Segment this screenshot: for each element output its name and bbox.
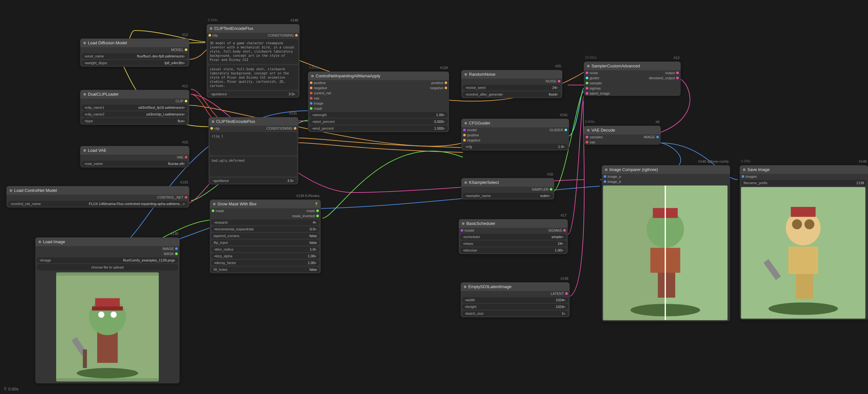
output-port[interactable] bbox=[185, 100, 187, 102]
collapse-icon[interactable] bbox=[38, 241, 41, 243]
output-port[interactable] bbox=[295, 34, 298, 37]
input-port[interactable] bbox=[586, 92, 588, 95]
collapse-icon[interactable] bbox=[587, 129, 590, 131]
node-ksampler[interactable]: #16 KSamplerSelect SAMPLER ◀sampler_name… bbox=[461, 178, 554, 200]
input-port[interactable] bbox=[586, 77, 588, 79]
input-port[interactable] bbox=[586, 136, 588, 138]
collapse-icon[interactable] bbox=[464, 73, 467, 76]
input-port[interactable] bbox=[604, 180, 606, 183]
prompt-text-1[interactable]: clip_l bbox=[210, 132, 297, 155]
node-random-noise[interactable]: #25 RandomNoise NOISE ◀noise_seed24▶ ◀co… bbox=[461, 70, 562, 98]
collapse-icon[interactable] bbox=[462, 222, 464, 225]
widget-denoise[interactable]: ◀denoise1.00▶ bbox=[460, 247, 566, 253]
input-port[interactable] bbox=[310, 107, 312, 110]
output-port[interactable] bbox=[185, 156, 187, 158]
output-port[interactable] bbox=[676, 77, 679, 79]
node-sampler-custom[interactable]: 23.591s #13 SamplerCustomAdvanced noiseo… bbox=[584, 62, 681, 96]
widget-expand[interactable]: ◀expand4▶ bbox=[211, 219, 319, 225]
input-port[interactable] bbox=[209, 34, 211, 37]
widget-clip-name1[interactable]: ◀clip_name1sd3m/t5xxl_fp16.safetensors▶ bbox=[82, 104, 188, 110]
input-port[interactable] bbox=[586, 71, 588, 74]
widget-width[interactable]: ◀width1024▶ bbox=[462, 297, 568, 303]
input-port[interactable] bbox=[310, 87, 312, 89]
prompt-text-2[interactable]: casual style, full-body shot, clockwork … bbox=[208, 65, 298, 90]
collapse-icon[interactable] bbox=[743, 169, 745, 171]
widget-unet-name[interactable]: ◀unet_nameflux/flux1-dev-fp8.safetensors… bbox=[82, 53, 188, 59]
input-port[interactable] bbox=[586, 82, 588, 84]
widget-seed[interactable]: ◀noise_seed24▶ bbox=[463, 85, 561, 90]
output-port[interactable] bbox=[565, 292, 568, 295]
collapse-icon[interactable] bbox=[84, 149, 86, 152]
widget-controlnet-name[interactable]: ◀control_net_nameFLUX.1/Alimama-Flux-con… bbox=[8, 201, 188, 207]
widget-control[interactable]: ◀control_after_generatefixed▶ bbox=[463, 91, 561, 97]
widget-start[interactable]: ◀start_percent0.000▶ bbox=[309, 119, 448, 124]
widget-cfg[interactable]: ◀cfg1.0▶ bbox=[463, 144, 568, 150]
output-port[interactable] bbox=[564, 129, 567, 131]
widget-steps[interactable]: ◀steps24▶ bbox=[460, 241, 566, 246]
input-port[interactable] bbox=[310, 82, 312, 84]
widget-height[interactable]: ◀height1024▶ bbox=[462, 304, 568, 310]
output-port[interactable] bbox=[175, 252, 178, 255]
collapse-icon[interactable] bbox=[605, 169, 608, 171]
node-load-image[interactable]: #130 Load Image IMAGE MASK ◀imageRunComf… bbox=[35, 237, 180, 384]
input-port[interactable] bbox=[604, 175, 606, 178]
node-empty-latent[interactable]: #139 EmptySD3LatentImage LATENT ◀width10… bbox=[461, 282, 570, 317]
output-port[interactable] bbox=[316, 210, 319, 212]
input-port[interactable] bbox=[461, 229, 463, 232]
output-port[interactable] bbox=[185, 49, 187, 51]
output-port[interactable] bbox=[550, 188, 552, 190]
node-dual-clip[interactable]: #11 DualCLIPLoader CLIP ◀clip_name1sd3m/… bbox=[80, 90, 189, 125]
node-load-diffusion[interactable]: #12 Load Diffusion Model MODEL ◀unet_nam… bbox=[80, 38, 189, 67]
input-port[interactable] bbox=[742, 175, 744, 178]
node-load-vae[interactable]: #10 Load VAE VAE ◀vae_nameflux/ae.sft▶ bbox=[80, 146, 189, 168]
widget-image[interactable]: ◀imageRunComfy_examples_1139.png▶ bbox=[37, 257, 178, 263]
widget-type[interactable]: ◀typeflux▶ bbox=[82, 118, 188, 124]
collapse-icon[interactable] bbox=[84, 93, 86, 96]
collapse-icon[interactable] bbox=[10, 189, 12, 192]
input-port[interactable] bbox=[310, 102, 312, 104]
widget-guidance[interactable]: ◀guidance3.5▶ bbox=[208, 91, 298, 97]
node-controlnet-inpaint[interactable]: 0.001s #128 ControlNetInpaintingAliMamaA… bbox=[308, 71, 449, 132]
collapse-icon[interactable] bbox=[464, 181, 467, 184]
node-clip-encode-2[interactable]: #131 CLIPTextEncodeFlux clipCONDITIONING… bbox=[209, 117, 298, 184]
widget-guidance[interactable]: ◀guidance3.5▶ bbox=[210, 178, 297, 184]
collapse-icon[interactable] bbox=[84, 42, 86, 44]
widget-end[interactable]: ◀end_percent1.000▶ bbox=[309, 125, 448, 131]
widget-scheduler[interactable]: ◀schedulersimple▶ bbox=[460, 234, 566, 240]
node-image-comparer[interactable]: #140 rgthree-comfy Image Comparer (rgthr… bbox=[602, 165, 730, 322]
widget-vae-name[interactable]: ◀vae_nameflux/ae.sft▶ bbox=[82, 161, 188, 166]
prompt-text-2[interactable]: bad,ugly,deformed bbox=[210, 157, 297, 177]
output-port[interactable] bbox=[676, 71, 679, 74]
upload-button[interactable]: choose file to upload bbox=[37, 264, 178, 270]
input-port[interactable] bbox=[212, 210, 214, 212]
output-port[interactable] bbox=[444, 82, 447, 84]
node-vae-decode[interactable]: 0.509s #8 VAE Decode samplesIMAGE vae bbox=[584, 126, 661, 145]
output-port[interactable] bbox=[185, 196, 187, 199]
node-cfg-guider[interactable]: #141 CFGGuider modelGUIDER positive nega… bbox=[461, 119, 569, 150]
node-save-image[interactable]: 0.186s #149 Save Image images filename_p… bbox=[740, 165, 868, 320]
widget-weight-dtype[interactable]: ◀weight_dtypefp8_e4m3fn▶ bbox=[82, 60, 188, 66]
collapse-icon[interactable] bbox=[587, 65, 590, 67]
output-port[interactable] bbox=[558, 80, 560, 83]
node-scheduler[interactable]: #17 BasicScheduler modelSIGMAS ◀schedule… bbox=[459, 219, 568, 254]
collapse-icon[interactable] bbox=[210, 27, 212, 30]
output-port[interactable] bbox=[444, 87, 447, 89]
output-port[interactable] bbox=[175, 247, 178, 250]
collapse-icon[interactable] bbox=[311, 75, 314, 77]
help-icon[interactable]: ? bbox=[315, 202, 317, 206]
node-grow-mask[interactable]: #138 KJNodes Grow Mask With Blur? maskma… bbox=[210, 200, 321, 273]
widget-fill[interactable]: fill_holesfalse bbox=[211, 267, 319, 272]
input-port[interactable] bbox=[586, 87, 588, 90]
collapse-icon[interactable] bbox=[464, 285, 466, 288]
input-port[interactable] bbox=[463, 134, 466, 137]
node-load-controlnet[interactable]: #133 Load ControlNet Model CONTROL_NET ◀… bbox=[6, 186, 189, 208]
input-port[interactable] bbox=[310, 92, 312, 94]
input-port[interactable] bbox=[210, 127, 213, 130]
input-port[interactable] bbox=[463, 129, 466, 131]
output-port[interactable] bbox=[656, 136, 659, 138]
collapse-icon[interactable] bbox=[464, 122, 467, 124]
input-port[interactable] bbox=[310, 97, 312, 99]
collapse-icon[interactable] bbox=[212, 120, 214, 123]
widget-tapered[interactable]: tapered_cornersfalse bbox=[211, 233, 319, 239]
widget-batch[interactable]: ◀batch_size1▶ bbox=[462, 310, 568, 316]
